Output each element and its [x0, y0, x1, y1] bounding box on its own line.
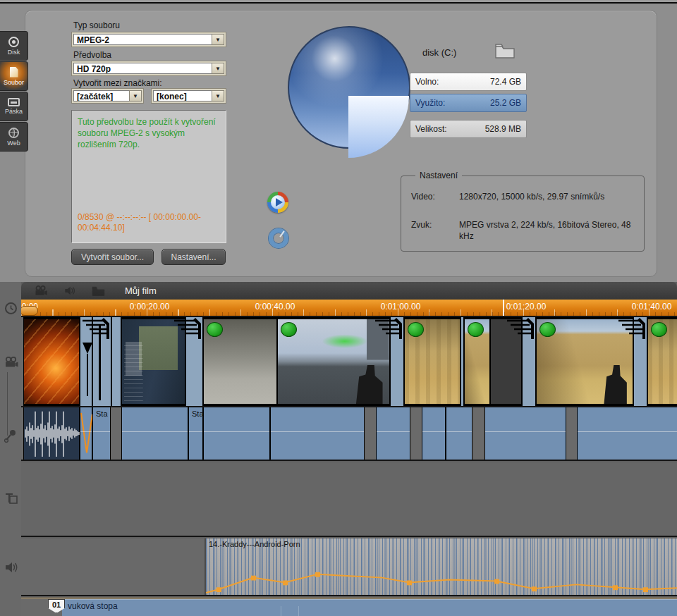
video-track — [21, 316, 677, 407]
disk-size-row: Velikost: 528.9 MB — [410, 120, 527, 138]
sidebar-item-label: Web — [7, 140, 20, 147]
scrubber-handle[interactable] — [21, 306, 38, 316]
movie-title: Můj film — [125, 285, 157, 296]
transition-triangle-icon — [83, 343, 92, 354]
video-clip[interactable] — [203, 317, 277, 406]
chevron-down-icon[interactable]: ▼ — [212, 34, 224, 45]
video-clip[interactable] — [121, 317, 185, 406]
app-window: Typ souboru MPEG-2 ▼ Předvolba HD 720p ▼… — [0, 0, 677, 616]
preset-select[interactable]: HD 720p ▼ — [71, 61, 226, 76]
audio-clip[interactable]: Sta — [188, 407, 203, 460]
video-clip[interactable] — [536, 317, 633, 406]
video-label: Video: — [411, 192, 459, 203]
audio-clip-name: Sta — [96, 409, 108, 418]
microphone-icon[interactable] — [4, 429, 17, 443]
video-clip[interactable] — [464, 317, 490, 406]
transition-clip[interactable] — [390, 317, 404, 406]
timeline-header: Můj film — [21, 282, 677, 300]
sidebar-item-label: Páska — [5, 108, 23, 115]
mute-speaker-icon[interactable] — [63, 285, 76, 296]
disk-free-label: Volno: — [415, 77, 439, 87]
video-camera-icon[interactable] — [4, 357, 18, 368]
marker-icon — [539, 322, 556, 337]
audio-label: Zvuk: — [411, 220, 459, 242]
marker-end-select[interactable]: [konec] ▼ — [151, 88, 226, 104]
disk-used-slice — [348, 96, 409, 158]
audio-clip[interactable] — [446, 407, 472, 460]
transition-clip[interactable] — [80, 317, 92, 406]
create-file-button[interactable]: Vytvořit soubor... — [71, 249, 154, 265]
sidebar-item-soubor[interactable]: Soubor — [0, 61, 28, 91]
video-settings-row: Video: 1280x720, 15000 kb/s, 29.97 snímk… — [411, 192, 635, 203]
sound-track-clip[interactable] — [62, 599, 677, 616]
settings-group-title: Nastavení — [415, 171, 462, 180]
video-clip[interactable] — [647, 317, 677, 406]
transition-clip[interactable] — [522, 317, 536, 406]
sidebar-item-label: Disk — [8, 49, 20, 56]
clip-divider — [281, 606, 281, 616]
camera-icon[interactable] — [34, 285, 48, 296]
music-clip-name: 14.-Kraddy---Android-Porn — [209, 540, 300, 548]
sidebar-item-disk[interactable]: Disk — [0, 31, 28, 61]
folder-icon[interactable] — [92, 286, 105, 296]
transition-bar — [99, 324, 101, 400]
waveform-icon — [24, 407, 80, 460]
disc-icon — [8, 37, 19, 47]
audio-clip[interactable] — [376, 407, 410, 460]
audio-gap — [566, 407, 577, 460]
marker-start-select[interactable]: [začátek] ▼ — [71, 88, 144, 104]
video-clip[interactable] — [404, 317, 461, 406]
ruler-tick-label: 0:00:40.00 — [255, 302, 295, 312]
transition-clip[interactable] — [185, 317, 203, 406]
transition-clip[interactable] — [633, 317, 647, 406]
chevron-down-icon[interactable]: ▼ — [212, 63, 224, 74]
sidebar-item-web[interactable]: Web — [0, 122, 28, 152]
disk-size-value: 528.9 MB — [485, 124, 521, 134]
audio-clip[interactable]: Sta — [92, 407, 111, 460]
track-link-line — [7, 372, 8, 436]
audio-clip[interactable] — [80, 407, 92, 460]
clock-icon[interactable] — [4, 302, 18, 315]
audio-clip-name: Sta — [192, 409, 204, 418]
playhead[interactable] — [503, 300, 504, 316]
file-icon — [10, 67, 18, 78]
ruler-tick-label: 0:00:20.00 — [130, 302, 170, 312]
media-player-icon[interactable] — [267, 192, 288, 213]
music-clip[interactable]: 14.-Kraddy---Android-Porn — [205, 538, 677, 595]
ruler-tick-label: 0:01:40.00 — [632, 302, 672, 312]
top-divider — [0, 2, 677, 4]
audio-clip[interactable] — [203, 407, 270, 460]
disk-used-label: Využito: — [415, 98, 445, 108]
audio-clip[interactable] — [121, 407, 188, 460]
video-clip[interactable] — [277, 317, 390, 406]
marker-icon — [281, 322, 297, 337]
title-track[interactable] — [21, 462, 677, 537]
audio-clip-waveform[interactable] — [23, 407, 80, 460]
video-clip[interactable] — [23, 317, 80, 406]
title-track-icon[interactable] — [4, 492, 18, 505]
preset-description-box: Tuto předvolbu lze použít k vytvoření so… — [71, 110, 226, 243]
file-type-select[interactable]: MPEG-2 ▼ — [71, 32, 226, 47]
settings-button[interactable]: Nastavení... — [161, 249, 226, 265]
transition-clip[interactable] — [111, 317, 121, 406]
disk-free-value: 72.4 GB — [490, 77, 521, 87]
sidebar-item-label: Soubor — [4, 79, 24, 86]
timeline-ruler[interactable]: 0:00:00 0:00:20.00 0:00:40.00 0:01:00.00… — [21, 300, 677, 316]
audio-clip[interactable] — [484, 407, 566, 460]
audio-gap — [472, 407, 484, 460]
sidebar-item-paska[interactable]: Páska — [0, 92, 28, 121]
video-clip[interactable] — [490, 317, 522, 406]
marker-icon — [207, 322, 223, 337]
folder-icon[interactable] — [495, 43, 515, 61]
chevron-down-icon[interactable]: ▼ — [129, 90, 142, 101]
audio-clip[interactable] — [422, 407, 446, 460]
mode-sidebar: Disk Soubor Páska Web — [0, 31, 29, 152]
audio-clip[interactable] — [270, 407, 365, 460]
marker-end-value: [konec] — [153, 90, 212, 101]
speaker-icon[interactable] — [4, 561, 18, 574]
transition-clip[interactable] — [92, 317, 111, 406]
range-info: 0/8530 @ --:--:--:-- [ 00:00:00.00-00:04… — [72, 212, 226, 242]
chevron-down-icon[interactable]: ▼ — [212, 90, 224, 101]
quicktime-icon[interactable] — [269, 228, 288, 248]
audio-clip[interactable] — [577, 407, 677, 460]
